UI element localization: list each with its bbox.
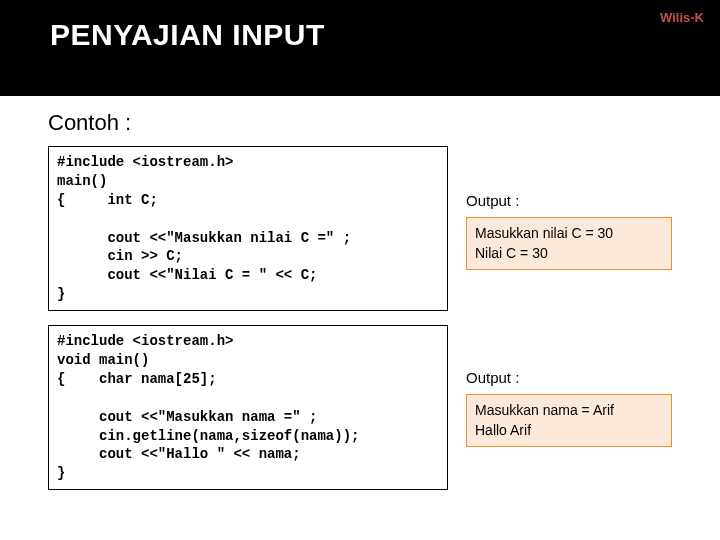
output-col-1: Output : Masukkan nilai C = 30 Nilai C =… (466, 146, 672, 270)
output-box-1: Masukkan nilai C = 30 Nilai C = 30 (466, 217, 672, 270)
header: PENYAJIAN INPUT Wilis-K (0, 0, 720, 96)
content: Contoh : #include <iostream.h> main() { … (0, 96, 720, 490)
output-col-2: Output : Masukkan nama = Arif Hallo Arif (466, 325, 672, 447)
output-label-2: Output : (466, 369, 672, 386)
contoh-heading: Contoh : (48, 110, 672, 136)
code-block-2: #include <iostream.h> void main() { char… (48, 325, 448, 490)
author-label: Wilis-K (660, 10, 704, 25)
example-row-1: #include <iostream.h> main() { int C; co… (48, 146, 672, 311)
slide-title: PENYAJIAN INPUT (50, 18, 720, 52)
output-box-2: Masukkan nama = Arif Hallo Arif (466, 394, 672, 447)
example-row-2: #include <iostream.h> void main() { char… (48, 325, 672, 490)
code-block-1: #include <iostream.h> main() { int C; co… (48, 146, 448, 311)
output-label-1: Output : (466, 192, 672, 209)
